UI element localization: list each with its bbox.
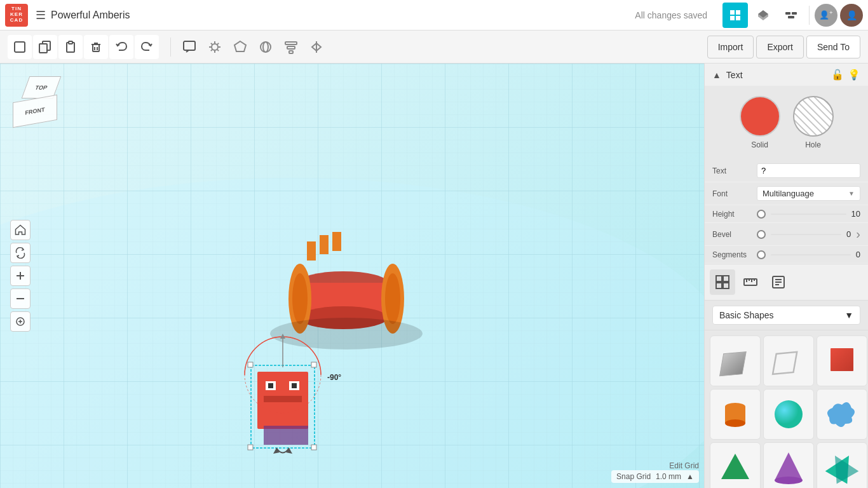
svg-rect-6: [788, 16, 794, 18]
svg-rect-5: [792, 12, 797, 15]
expand-button[interactable]: ›: [856, 227, 860, 241]
import-button[interactable]: Import: [707, 36, 754, 58]
project-name[interactable]: Powerful Amberis: [51, 10, 630, 21]
text-panel-header[interactable]: ▲ Text 🔓 💡: [705, 64, 868, 86]
shape-prism-teal[interactable]: [817, 442, 867, 488]
svg-text:-90°: -90°: [327, 373, 341, 382]
bevel-slider[interactable]: [757, 230, 766, 239]
segments-track[interactable]: [771, 254, 851, 255]
height-prop-row: Height 10: [705, 205, 868, 223]
add-user-button[interactable]: 👤+: [815, 4, 837, 27]
shape-pyramid-green[interactable]: [710, 442, 761, 488]
header-right: 👤+ 👤: [722, 3, 863, 28]
svg-marker-92: [775, 452, 803, 480]
toolbar: Import Export Send To: [0, 30, 868, 64]
copy-button[interactable]: [33, 35, 57, 59]
lock-icon[interactable]: 🔓: [831, 69, 844, 81]
delete-button[interactable]: [84, 35, 108, 59]
shape-logo-blue[interactable]: [817, 389, 867, 440]
shape-sphere-teal[interactable]: [763, 389, 814, 440]
segments-value-container: 0: [757, 250, 860, 259]
text-panel-title: Text: [726, 70, 826, 80]
viewport-bottom-bar: Snap Grid 1.0 mm ▲: [611, 470, 699, 483]
svg-rect-0: [730, 10, 735, 15]
shapes-panel: Basic Shapes ▼: [705, 264, 868, 488]
svg-rect-71: [723, 276, 729, 281]
shapes-category-dropdown[interactable]: Basic Shapes ▼: [712, 306, 860, 325]
snap-grid-label: Snap Grid: [616, 472, 651, 481]
solid-option[interactable]: Solid: [740, 96, 780, 149]
bevel-track[interactable]: [771, 234, 841, 235]
brick-view-button[interactable]: [778, 3, 804, 28]
viewport-controls: [10, 220, 31, 332]
bevel-value-container: 0: [757, 229, 851, 239]
shape-cone-purple[interactable]: [763, 442, 814, 488]
sphere-button[interactable]: [254, 35, 278, 59]
font-dropdown[interactable]: Multilanguage ▼: [757, 186, 860, 201]
flip-button[interactable]: [304, 35, 329, 59]
svg-rect-9: [39, 44, 47, 53]
collapse-arrow: ▲: [712, 70, 721, 80]
grid-view-button[interactable]: [722, 3, 748, 28]
svg-rect-55: [292, 383, 297, 388]
home-button[interactable]: [10, 220, 31, 240]
light-button[interactable]: [203, 35, 227, 59]
canvas[interactable]: -90° TOP FRONT: [0, 64, 704, 488]
nav-cube[interactable]: TOP FRONT: [13, 76, 70, 133]
svg-rect-30: [289, 51, 293, 53]
font-label: Font: [712, 189, 757, 198]
shapes-header: Basic Shapes ▼: [705, 301, 868, 330]
visibility-icon[interactable]: 💡: [848, 69, 860, 81]
logo-text: TIN KER CAD: [10, 6, 23, 23]
cube-front-face[interactable]: FRONT: [13, 95, 57, 128]
text-prop-row: Text: [705, 159, 868, 182]
text-input[interactable]: [757, 163, 860, 178]
polygon-button[interactable]: [228, 35, 252, 59]
new-button[interactable]: [8, 35, 32, 59]
shape-box-red[interactable]: [817, 336, 867, 386]
snap-grid-control[interactable]: Snap Grid 1.0 mm ▲: [611, 470, 699, 483]
svg-rect-83: [720, 352, 747, 376]
redo-button[interactable]: [135, 35, 159, 59]
height-value-container: 10: [757, 209, 860, 219]
edit-grid-button[interactable]: Edit Grid: [669, 461, 699, 470]
ruler-panel-tab[interactable]: [738, 269, 763, 295]
comment-button[interactable]: [177, 35, 201, 59]
fit-button[interactable]: [10, 311, 31, 332]
svg-line-22: [217, 49, 219, 50]
svg-rect-47: [248, 362, 253, 367]
align-button[interactable]: [279, 35, 303, 59]
view-tools: [177, 35, 329, 59]
edit-tools: [8, 35, 159, 59]
bevel-label: Bevel: [712, 230, 757, 239]
segments-slider[interactable]: [757, 250, 766, 259]
paste-button[interactable]: [58, 35, 83, 59]
menu-button[interactable]: ☰: [36, 8, 46, 22]
svg-point-89: [775, 400, 803, 428]
hole-option[interactable]: Hole: [793, 96, 834, 149]
user-avatar[interactable]: 👤: [840, 4, 863, 27]
tinkercad-logo[interactable]: TIN KER CAD: [5, 4, 28, 27]
export-button[interactable]: Export: [756, 36, 803, 58]
svg-line-24: [211, 49, 212, 50]
shape-box-gray1[interactable]: [710, 336, 761, 386]
undo-button[interactable]: [109, 35, 133, 59]
svg-point-88: [725, 419, 745, 427]
svg-rect-84: [773, 352, 797, 374]
build-view-button[interactable]: [750, 3, 776, 28]
height-track[interactable]: [771, 214, 846, 215]
shape-cylinder-orange[interactable]: [710, 389, 761, 440]
send-to-button[interactable]: Send To: [806, 36, 860, 58]
zoom-in-button[interactable]: [10, 266, 31, 286]
zoom-out-button[interactable]: [10, 288, 31, 309]
shape-box-outline[interactable]: [763, 336, 814, 386]
rotate-button[interactable]: [10, 243, 31, 263]
svg-rect-85: [831, 348, 853, 371]
viewport[interactable]: -90° TOP FRONT: [0, 64, 704, 488]
svg-rect-7: [15, 42, 25, 52]
grid-panel-tab[interactable]: [710, 269, 735, 295]
notes-panel-tab[interactable]: [766, 269, 791, 295]
svg-rect-12: [93, 44, 99, 51]
svg-point-39: [292, 273, 308, 324]
height-slider[interactable]: [757, 210, 766, 219]
